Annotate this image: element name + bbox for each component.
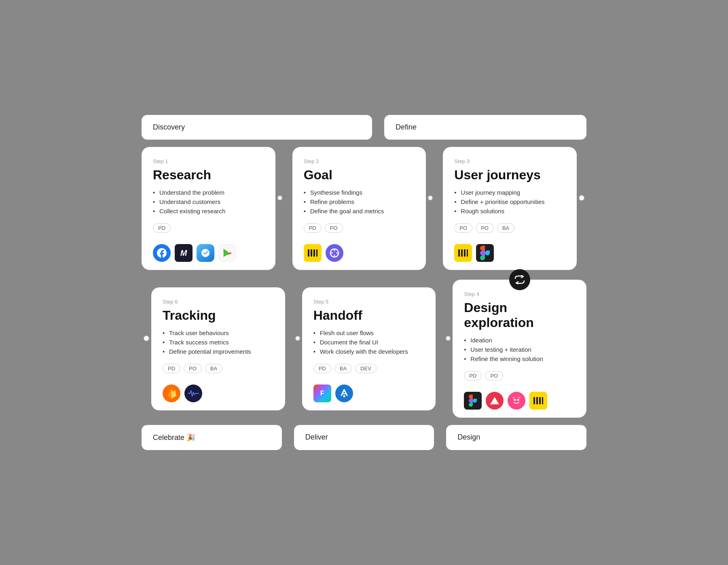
connector-5-6: ← <box>285 334 302 363</box>
phase-design-label: Design <box>457 433 480 441</box>
phase-discovery-label: Discovery <box>153 123 185 131</box>
svg-rect-15 <box>461 249 463 257</box>
card2-item1: Synthesise findings <box>304 189 415 196</box>
figma-icon <box>476 244 494 262</box>
facebook-icon <box>153 244 171 262</box>
phase-define: Define <box>384 115 586 140</box>
zeplin-icon <box>335 384 353 402</box>
playstore-icon <box>218 244 236 262</box>
card5-item1: Flesh out user flows <box>313 329 425 336</box>
marvel-icon <box>508 392 525 410</box>
card1-item1: Understand the problem <box>153 189 264 196</box>
svg-rect-23 <box>536 397 538 404</box>
card4-item2: User testing + iteration <box>464 346 575 353</box>
svg-rect-5 <box>308 249 309 257</box>
phase-celebrate: Celebrate 🎉 <box>142 425 282 450</box>
phase-design: Design <box>446 425 586 450</box>
arrow-1: → <box>284 194 291 202</box>
svg-rect-25 <box>542 397 543 404</box>
iteration-button[interactable] <box>509 269 530 290</box>
whimsical-icon <box>326 244 343 262</box>
card-design-exploration: Step 4 Design exploration Ideation User … <box>453 280 586 418</box>
dot-2 <box>427 195 433 201</box>
firebase-icon <box>163 384 180 402</box>
card1-tags: PD <box>153 223 264 233</box>
svg-point-18 <box>343 395 345 397</box>
card2-item3: Define the goal and metrics <box>304 208 415 215</box>
card-goal: Step 2 Goal Synthesise findings Refine p… <box>292 147 426 270</box>
dot-3 <box>578 195 585 201</box>
card1-item2: Understand customers <box>153 198 264 205</box>
step4-label: Step 4 <box>464 291 575 297</box>
amplitude-icon <box>184 384 202 402</box>
card6-tags: PD PO BA <box>163 364 274 373</box>
dot-6 <box>143 335 150 342</box>
miro-icon: M <box>175 244 193 262</box>
card2-item2: Refine problems <box>304 198 415 205</box>
card5-list: Flesh out user flows Document the final … <box>313 329 425 357</box>
figma3-icon <box>464 392 482 410</box>
tag-pd2: PD <box>304 223 322 233</box>
card2-tags: PD PO <box>304 223 415 233</box>
tag-pd4: PD <box>464 371 482 380</box>
miro-yellow-icon <box>304 244 322 262</box>
card-user-journeys: Step 3 User journeys User journey mappin… <box>443 147 577 270</box>
svg-point-20 <box>514 399 516 401</box>
tag-po4: PO <box>485 371 503 380</box>
tag-pd6: PD <box>163 364 180 373</box>
svg-marker-19 <box>490 397 499 404</box>
step2-label: Step 2 <box>304 158 415 164</box>
bottom-labels: Celebrate 🎉 Deliver Design <box>142 425 586 450</box>
card3-list: User journey mapping Define + prioritise… <box>454 189 565 217</box>
phase-discovery: Discovery <box>142 115 372 140</box>
tag-ba3: BA <box>497 223 514 233</box>
card6-item1: Track user behaviours <box>163 329 274 336</box>
step5-label: Step 5 <box>313 299 425 305</box>
card4-list: Ideation User testing + iteration Refine… <box>464 337 575 365</box>
top-labels: Discovery Define <box>142 115 586 140</box>
card1-item3: Collect existing research <box>153 208 264 215</box>
svg-rect-16 <box>464 249 466 257</box>
card6-list: Track user behaviours Track success metr… <box>163 329 274 357</box>
dot-45 <box>445 336 451 341</box>
figma2-icon: F <box>313 384 331 402</box>
tag-po3b: PO <box>476 223 494 233</box>
phase-deliver-label: Deliver <box>305 433 328 441</box>
miro3-icon <box>529 392 547 410</box>
svg-rect-7 <box>313 249 315 257</box>
connector-4-5: ← <box>436 334 453 363</box>
miro-icon2 <box>454 244 472 262</box>
card3-title: User journeys <box>454 168 565 183</box>
connector-left-6 <box>142 335 151 363</box>
card6-item2: Track success metrics <box>163 339 274 346</box>
card2-icons <box>304 239 415 262</box>
appstore-icon <box>197 244 214 262</box>
svg-rect-17 <box>467 249 468 257</box>
card5-icons: F <box>313 380 425 402</box>
card4-item3: Refine the winning solution <box>464 355 575 362</box>
svg-point-21 <box>517 399 519 401</box>
svg-rect-14 <box>458 249 460 257</box>
connector-2-3: → <box>426 194 443 223</box>
arrow-45: ← <box>437 334 444 342</box>
card4-title: Design exploration <box>464 300 575 330</box>
phase-deliver: Deliver <box>294 425 434 450</box>
card-research: Step 1 Research Understand the problem U… <box>142 147 275 270</box>
tag-pd: PD <box>153 223 171 233</box>
card2-title: Goal <box>304 168 415 183</box>
arrow-2: → <box>434 194 441 202</box>
card-handoff: Step 5 Handoff Flesh out user flows Docu… <box>302 287 436 410</box>
card6-icons <box>163 380 274 402</box>
svg-rect-22 <box>533 397 535 404</box>
card5-tags: PD BA DEV <box>313 364 425 373</box>
connector-1-2: → <box>275 194 292 223</box>
tag-pd5: PD <box>313 364 331 373</box>
card3-tags: PO PO BA <box>454 223 565 233</box>
card4-icons <box>464 387 575 410</box>
tag-dev5: DEV <box>355 364 377 373</box>
card3-icons <box>454 239 565 262</box>
tag-ba5: BA <box>334 364 352 373</box>
phase-define-label: Define <box>396 123 417 131</box>
tag-po3a: PO <box>454 223 472 233</box>
card5-item2: Document the final UI <box>313 339 425 346</box>
